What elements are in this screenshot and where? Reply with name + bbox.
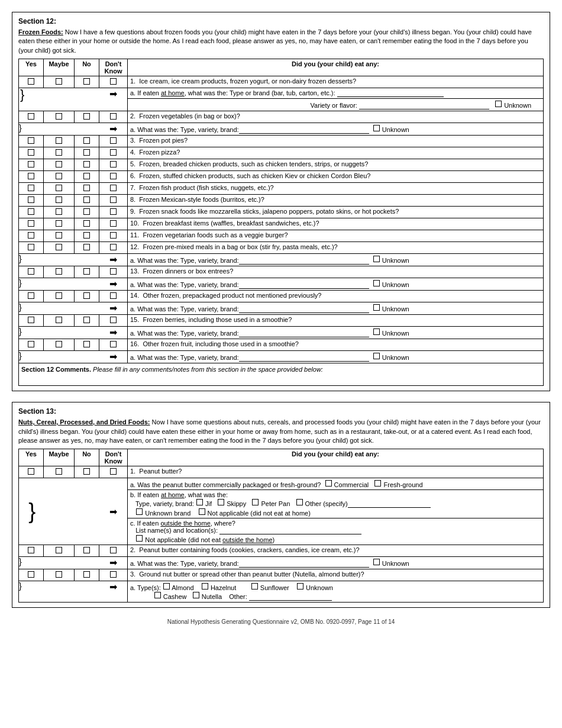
q8-no-checkbox[interactable]: [83, 197, 90, 203]
q7-dk-checkbox[interactable]: [110, 185, 117, 191]
q15-maybe-checkbox[interactable]: [56, 317, 62, 323]
q13-dk-checkbox[interactable]: [110, 268, 117, 275]
s13q1-unknownbrand-checkbox[interactable]: [136, 508, 143, 515]
q12-no-checkbox[interactable]: [83, 244, 90, 250]
q10-yes-checkbox[interactable]: [28, 220, 34, 227]
s13q1-maybe-checkbox[interactable]: [56, 468, 62, 475]
q1-unknown-checkbox[interactable]: [495, 101, 502, 107]
s13q3-maybe-checkbox[interactable]: [56, 571, 62, 578]
s13q2-dk-checkbox[interactable]: [110, 547, 117, 553]
q9-dk-checkbox[interactable]: [110, 208, 117, 215]
q7-maybe-checkbox[interactable]: [56, 185, 62, 191]
q8-maybe-checkbox[interactable]: [56, 197, 62, 203]
q9-maybe-checkbox[interactable]: [56, 208, 62, 215]
q12-unknown-checkbox[interactable]: [373, 256, 380, 262]
q1-no-checkbox[interactable]: [83, 78, 90, 85]
q7-no-checkbox[interactable]: [83, 185, 90, 191]
q8-dk-checkbox[interactable]: [110, 197, 117, 203]
q5-dk-checkbox[interactable]: [110, 161, 117, 167]
q7-yes-checkbox[interactable]: [28, 185, 34, 191]
s13q2-yes-checkbox[interactable]: [28, 547, 34, 553]
s13q1-notapplicable-home-checkbox[interactable]: [199, 508, 205, 515]
q15-yes-checkbox[interactable]: [28, 317, 34, 323]
q13-yes-checkbox[interactable]: [28, 268, 34, 275]
q9-no-checkbox[interactable]: [83, 208, 90, 215]
q12-maybe-checkbox[interactable]: [56, 244, 62, 250]
q2-unknown-checkbox[interactable]: [373, 125, 380, 131]
q16-dk-checkbox[interactable]: [110, 341, 117, 347]
q2-no-checkbox[interactable]: [83, 113, 90, 120]
q5-no-checkbox[interactable]: [83, 161, 90, 167]
s13q3-hazelnut-checkbox[interactable]: [202, 583, 208, 590]
q11-maybe-checkbox[interactable]: [56, 232, 62, 239]
s13q1-commercial-checkbox[interactable]: [325, 480, 332, 487]
s13q3-dk-checkbox[interactable]: [110, 571, 117, 578]
s13q1-yes-checkbox[interactable]: [28, 468, 34, 475]
s13q3-almond-checkbox[interactable]: [163, 583, 170, 590]
s13q1-jif-checkbox[interactable]: [196, 499, 203, 505]
q9-yes-checkbox[interactable]: [28, 208, 34, 215]
q6-maybe-checkbox[interactable]: [56, 173, 62, 179]
q14-maybe-checkbox[interactable]: [56, 292, 62, 299]
q3-maybe-checkbox[interactable]: [56, 137, 62, 144]
q10-dk-checkbox[interactable]: [110, 220, 117, 227]
q3-no-checkbox[interactable]: [83, 137, 90, 144]
q2-dk-checkbox[interactable]: [110, 113, 117, 120]
q3-yes-checkbox[interactable]: [28, 137, 34, 144]
s13q3-unknown-checkbox[interactable]: [297, 583, 303, 590]
s13q1-no-checkbox[interactable]: [83, 468, 90, 475]
q1-maybe-checkbox[interactable]: [56, 78, 62, 85]
s13q3-cashew-checkbox[interactable]: [154, 592, 161, 598]
q16-unknown-checkbox[interactable]: [373, 353, 380, 359]
q1-dk-checkbox[interactable]: [110, 78, 117, 85]
q8-yes-checkbox[interactable]: [28, 197, 34, 203]
q14-unknown-checkbox[interactable]: [373, 304, 380, 311]
s13q3-no-checkbox[interactable]: [83, 571, 90, 578]
q6-yes-checkbox[interactable]: [28, 173, 34, 179]
q10-no-checkbox[interactable]: [83, 220, 90, 227]
q15-no-checkbox[interactable]: [83, 317, 90, 323]
q15-unknown-checkbox[interactable]: [373, 328, 380, 335]
s13q1-peterpan-checkbox[interactable]: [252, 499, 259, 505]
q12-yes-checkbox[interactable]: [28, 244, 34, 250]
q2-maybe-checkbox[interactable]: [56, 113, 62, 120]
q11-yes-checkbox[interactable]: [28, 232, 34, 239]
q13-unknown-checkbox[interactable]: [373, 280, 380, 286]
s13q1-freshground-checkbox[interactable]: [374, 480, 381, 487]
s13q1-dk-checkbox[interactable]: [110, 468, 117, 475]
q16-no-checkbox[interactable]: [83, 341, 90, 347]
s13q3-sunflower-checkbox[interactable]: [251, 583, 258, 590]
s13q2-maybe-checkbox[interactable]: [56, 547, 62, 553]
q15-dk-checkbox[interactable]: [110, 317, 117, 323]
q11-dk-checkbox[interactable]: [110, 232, 117, 239]
q14-yes-checkbox[interactable]: [28, 292, 34, 299]
q4-dk-checkbox[interactable]: [110, 149, 117, 156]
q10-maybe-checkbox[interactable]: [56, 220, 62, 227]
q4-yes-checkbox[interactable]: [28, 149, 34, 156]
q2-yes-checkbox[interactable]: [28, 113, 34, 120]
q15-arrow-cell: ➡: [99, 327, 128, 339]
q12-dk-checkbox[interactable]: [110, 244, 117, 250]
s13q1-skippy-checkbox[interactable]: [218, 499, 224, 505]
q4-no-checkbox[interactable]: [83, 149, 90, 156]
q16-yes-checkbox[interactable]: [28, 341, 34, 347]
q5-yes-checkbox[interactable]: [28, 161, 34, 167]
q14-dk-checkbox[interactable]: [110, 292, 117, 299]
q6-no-checkbox[interactable]: [83, 173, 90, 179]
q4-maybe-checkbox[interactable]: [56, 149, 62, 156]
q14-no-checkbox[interactable]: [83, 292, 90, 299]
q3-dk-checkbox[interactable]: [110, 137, 117, 144]
q6-dk-checkbox[interactable]: [110, 173, 117, 179]
q5-maybe-checkbox[interactable]: [56, 161, 62, 167]
s13q2-no-checkbox[interactable]: [83, 547, 90, 553]
s13q1-notapplicable-outside-checkbox[interactable]: [136, 535, 143, 542]
s13q3-nutella-checkbox[interactable]: [193, 592, 199, 598]
q1-yes-checkbox[interactable]: [28, 78, 34, 85]
q13-no-checkbox[interactable]: [83, 268, 90, 275]
s13q3-yes-checkbox[interactable]: [28, 571, 34, 578]
q16-maybe-checkbox[interactable]: [56, 341, 62, 347]
s13q1-other-checkbox[interactable]: [296, 499, 303, 505]
q13-maybe-checkbox[interactable]: [56, 268, 62, 275]
q11-no-checkbox[interactable]: [83, 232, 90, 239]
s13q2-unknown-checkbox[interactable]: [373, 559, 380, 565]
